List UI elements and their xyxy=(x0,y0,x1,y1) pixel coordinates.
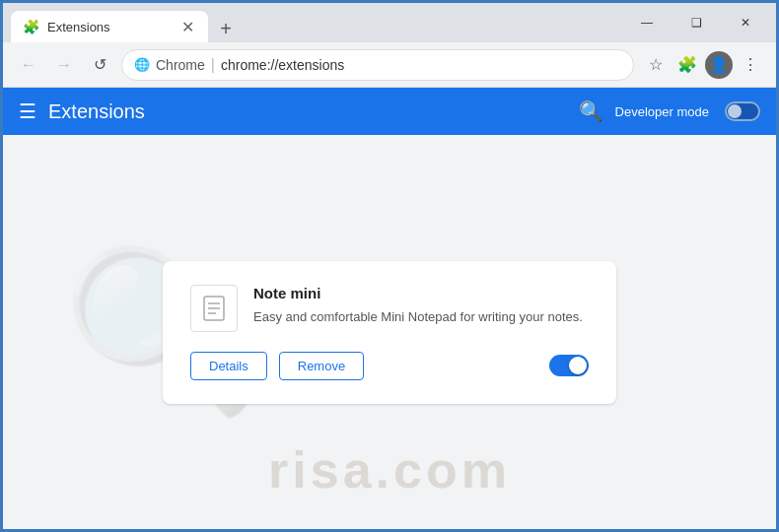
browser-window: 🧩 Extensions ✕ + — ❑ ✕ ← → ↺ 🌐 Chrome | … xyxy=(3,3,776,529)
card-top: Note mini Easy and comfortable Mini Note… xyxy=(190,285,589,332)
tab-icon: 🧩 xyxy=(23,19,39,34)
toolbar-icons: ☆ 🧩 👤 ⋮ xyxy=(642,51,764,79)
addressbar: ← → ↺ 🌐 Chrome | chrome://extensions ☆ 🧩… xyxy=(3,42,776,88)
url-separator: | xyxy=(211,56,215,74)
extension-description: Easy and comfortable Mini Notepad for wr… xyxy=(253,307,589,327)
extension-name: Note mini xyxy=(253,285,589,301)
chrome-menu-button[interactable]: ⋮ xyxy=(737,51,764,79)
extensions-toolbar-button[interactable]: 🧩 xyxy=(673,51,701,79)
details-button[interactable]: Details xyxy=(190,352,267,380)
developer-mode-toggle[interactable] xyxy=(725,101,760,121)
reload-button[interactable]: ↺ xyxy=(86,51,113,79)
card-info: Note mini Easy and comfortable Mini Note… xyxy=(253,285,589,327)
new-tab-button[interactable]: + xyxy=(212,15,240,42)
close-window-button[interactable]: ✕ xyxy=(723,7,768,38)
watermark-text: risa.com xyxy=(268,440,511,499)
note-mini-icon-svg xyxy=(198,293,230,324)
tab-area: 🧩 Extensions ✕ + xyxy=(11,3,624,42)
extension-card: Note mini Easy and comfortable Mini Note… xyxy=(163,261,616,404)
bookmark-button[interactable]: ☆ xyxy=(642,51,670,79)
forward-button[interactable]: → xyxy=(50,51,78,79)
tab-title: Extensions xyxy=(47,20,171,34)
url-chrome-label: Chrome xyxy=(156,57,205,73)
maximize-button[interactable]: ❑ xyxy=(673,7,719,38)
profile-button[interactable]: 👤 xyxy=(705,51,733,79)
card-actions: Details Remove xyxy=(190,352,589,380)
url-globe-icon: 🌐 xyxy=(134,57,150,72)
url-bar[interactable]: 🌐 Chrome | chrome://extensions xyxy=(121,49,634,81)
active-tab[interactable]: 🧩 Extensions ✕ xyxy=(11,11,208,42)
extension-enable-toggle[interactable] xyxy=(549,355,589,376)
window-controls: — ❑ ✕ xyxy=(624,7,768,38)
back-button[interactable]: ← xyxy=(15,51,42,79)
extension-icon xyxy=(190,285,238,332)
extensions-main: 🔍 risa.com Note mini Easy and comfortabl… xyxy=(3,135,776,529)
minimize-button[interactable]: — xyxy=(624,7,670,38)
remove-button[interactable]: Remove xyxy=(279,352,364,380)
titlebar: 🧩 Extensions ✕ + — ❑ ✕ xyxy=(3,3,776,42)
extensions-title: Extensions xyxy=(48,100,567,123)
extensions-header: ☰ Extensions 🔍 Developer mode xyxy=(3,88,776,135)
extension-toggle-knob xyxy=(569,357,587,374)
header-search-button[interactable]: 🔍 xyxy=(579,100,603,123)
hamburger-menu-button[interactable]: ☰ xyxy=(19,100,36,123)
developer-mode-label: Developer mode xyxy=(615,104,709,119)
toggle-knob xyxy=(728,104,742,118)
tab-close-button[interactable]: ✕ xyxy=(178,18,196,35)
url-path-text: chrome://extensions xyxy=(221,57,344,73)
